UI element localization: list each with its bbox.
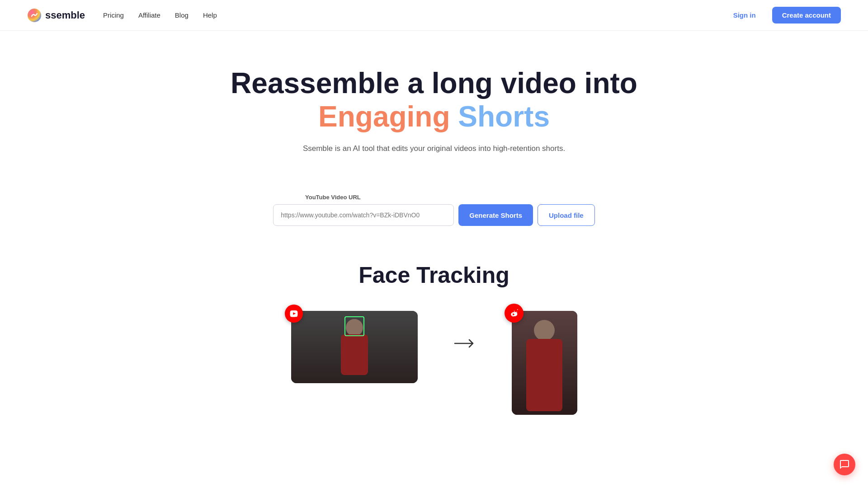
left-video-container (291, 311, 418, 383)
nav-left: ssemble Pricing Affiliate Blog Help (27, 8, 217, 23)
url-label: YouTube Video URL (305, 194, 361, 201)
generate-shorts-button[interactable]: Generate Shorts (458, 204, 533, 226)
youtube-icon (290, 310, 298, 318)
face-tracking-box (344, 316, 364, 336)
wide-video-card (291, 311, 418, 383)
chat-widget[interactable] (834, 454, 855, 475)
arrow-icon (454, 338, 476, 349)
nav-item-pricing[interactable]: Pricing (103, 11, 124, 19)
chat-icon (839, 459, 850, 470)
tall-video-card (512, 311, 577, 415)
face-tracking-section: Face Tracking (0, 226, 868, 442)
upload-file-button[interactable]: Upload file (538, 204, 595, 226)
tall-video-visual (512, 311, 577, 415)
youtube-url-input[interactable] (273, 204, 454, 226)
logo[interactable]: ssemble (27, 8, 85, 23)
nav-item-help[interactable]: Help (203, 11, 217, 19)
logo-text: ssemble (45, 9, 85, 21)
create-account-button[interactable]: Create account (772, 7, 841, 23)
hero-engaging: Engaging (318, 100, 450, 133)
hero-title-line1: Reassemble a long video into (231, 67, 637, 100)
hero-description: Ssemble is an AI tool that edits your or… (303, 144, 565, 153)
hero-section: Reassemble a long video into Engaging Sh… (0, 31, 868, 171)
hero-shorts: Shorts (458, 100, 550, 133)
logo-icon (27, 8, 42, 23)
nav-item-affiliate[interactable]: Affiliate (138, 11, 160, 19)
url-section: YouTube Video URL Generate Shorts Upload… (0, 194, 868, 226)
youtube-badge (285, 305, 303, 323)
nav-links: Pricing Affiliate Blog Help (103, 11, 217, 19)
arrow-divider (454, 338, 476, 349)
hero-title-line2: Engaging Shorts (318, 100, 550, 134)
nav-right: Sign in Create account (726, 7, 841, 23)
face-tracking-title: Face Tracking (359, 262, 509, 288)
navbar: ssemble Pricing Affiliate Blog Help Sign… (0, 0, 868, 31)
shorts-icon (509, 308, 519, 318)
video-demos (291, 311, 577, 415)
url-input-row: Generate Shorts Upload file (273, 204, 594, 226)
nav-item-blog[interactable]: Blog (175, 11, 189, 19)
right-video-container (512, 311, 577, 415)
shorts-badge (505, 304, 524, 323)
sign-in-button[interactable]: Sign in (726, 8, 763, 23)
